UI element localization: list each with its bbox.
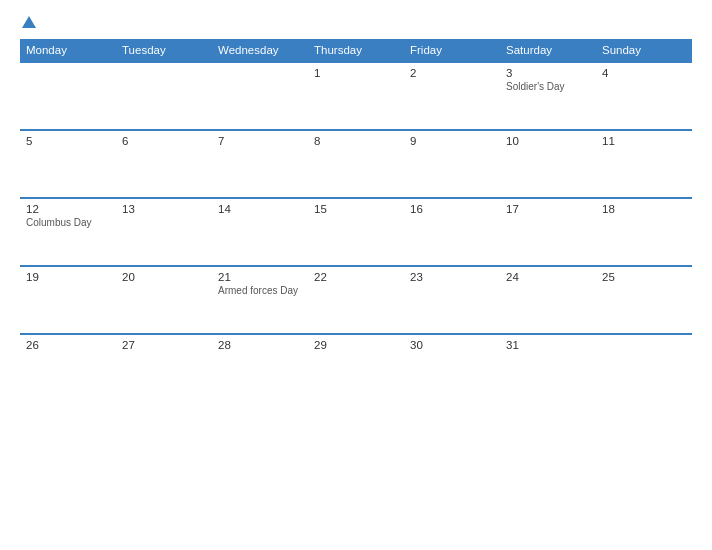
day-number: 18 <box>602 203 686 215</box>
day-number: 12 <box>26 203 110 215</box>
calendar-cell: 3Soldier's Day <box>500 62 596 130</box>
logo <box>20 16 36 29</box>
header <box>20 16 692 29</box>
logo-triangle-icon <box>22 16 36 28</box>
calendar-week-row: 567891011 <box>20 130 692 198</box>
calendar-cell: 7 <box>212 130 308 198</box>
calendar-cell: 15 <box>308 198 404 266</box>
day-number: 28 <box>218 339 302 351</box>
day-number: 31 <box>506 339 590 351</box>
day-number: 23 <box>410 271 494 283</box>
calendar-cell: 28 <box>212 334 308 402</box>
calendar-cell: 31 <box>500 334 596 402</box>
day-number: 6 <box>122 135 206 147</box>
logo-blue-text <box>20 16 36 29</box>
calendar-cell: 17 <box>500 198 596 266</box>
calendar-cell: 2 <box>404 62 500 130</box>
calendar-cell: 4 <box>596 62 692 130</box>
day-number: 21 <box>218 271 302 283</box>
calendar-cell: 20 <box>116 266 212 334</box>
day-number: 4 <box>602 67 686 79</box>
calendar-cell: 9 <box>404 130 500 198</box>
day-number: 14 <box>218 203 302 215</box>
col-header-friday: Friday <box>404 39 500 62</box>
col-header-thursday: Thursday <box>308 39 404 62</box>
day-number: 1 <box>314 67 398 79</box>
calendar-cell <box>116 62 212 130</box>
calendar-cell <box>596 334 692 402</box>
calendar-cell: 29 <box>308 334 404 402</box>
day-number: 30 <box>410 339 494 351</box>
calendar-cell: 16 <box>404 198 500 266</box>
day-number: 22 <box>314 271 398 283</box>
day-number: 17 <box>506 203 590 215</box>
day-number: 27 <box>122 339 206 351</box>
calendar-cell: 12Columbus Day <box>20 198 116 266</box>
day-number: 7 <box>218 135 302 147</box>
day-number: 20 <box>122 271 206 283</box>
day-number: 19 <box>26 271 110 283</box>
day-number: 25 <box>602 271 686 283</box>
day-number: 5 <box>26 135 110 147</box>
col-header-monday: Monday <box>20 39 116 62</box>
calendar-cell: 25 <box>596 266 692 334</box>
col-header-wednesday: Wednesday <box>212 39 308 62</box>
calendar-cell: 5 <box>20 130 116 198</box>
calendar-cell <box>212 62 308 130</box>
calendar-cell: 1 <box>308 62 404 130</box>
calendar-cell: 11 <box>596 130 692 198</box>
day-number: 16 <box>410 203 494 215</box>
day-number: 13 <box>122 203 206 215</box>
page: MondayTuesdayWednesdayThursdayFridaySatu… <box>0 0 712 550</box>
calendar-cell: 10 <box>500 130 596 198</box>
holiday-label: Columbus Day <box>26 217 110 228</box>
calendar-cell: 23 <box>404 266 500 334</box>
calendar-cell: 21Armed forces Day <box>212 266 308 334</box>
holiday-label: Soldier's Day <box>506 81 590 92</box>
calendar-header-row: MondayTuesdayWednesdayThursdayFridaySatu… <box>20 39 692 62</box>
day-number: 9 <box>410 135 494 147</box>
calendar-cell: 26 <box>20 334 116 402</box>
day-number: 29 <box>314 339 398 351</box>
calendar-cell: 24 <box>500 266 596 334</box>
calendar-week-row: 123Soldier's Day4 <box>20 62 692 130</box>
calendar-cell: 13 <box>116 198 212 266</box>
holiday-label: Armed forces Day <box>218 285 302 296</box>
calendar-cell: 14 <box>212 198 308 266</box>
calendar-cell: 27 <box>116 334 212 402</box>
day-number: 11 <box>602 135 686 147</box>
calendar-cell: 8 <box>308 130 404 198</box>
calendar-cell: 6 <box>116 130 212 198</box>
calendar-cell: 30 <box>404 334 500 402</box>
col-header-sunday: Sunday <box>596 39 692 62</box>
day-number: 10 <box>506 135 590 147</box>
calendar-cell <box>20 62 116 130</box>
day-number: 3 <box>506 67 590 79</box>
day-number: 2 <box>410 67 494 79</box>
calendar-cell: 22 <box>308 266 404 334</box>
day-number: 24 <box>506 271 590 283</box>
calendar-week-row: 12Columbus Day131415161718 <box>20 198 692 266</box>
day-number: 15 <box>314 203 398 215</box>
calendar-week-row: 192021Armed forces Day22232425 <box>20 266 692 334</box>
calendar-cell: 18 <box>596 198 692 266</box>
col-header-tuesday: Tuesday <box>116 39 212 62</box>
calendar-cell: 19 <box>20 266 116 334</box>
day-number: 8 <box>314 135 398 147</box>
calendar-week-row: 262728293031 <box>20 334 692 402</box>
calendar-table: MondayTuesdayWednesdayThursdayFridaySatu… <box>20 39 692 402</box>
col-header-saturday: Saturday <box>500 39 596 62</box>
day-number: 26 <box>26 339 110 351</box>
